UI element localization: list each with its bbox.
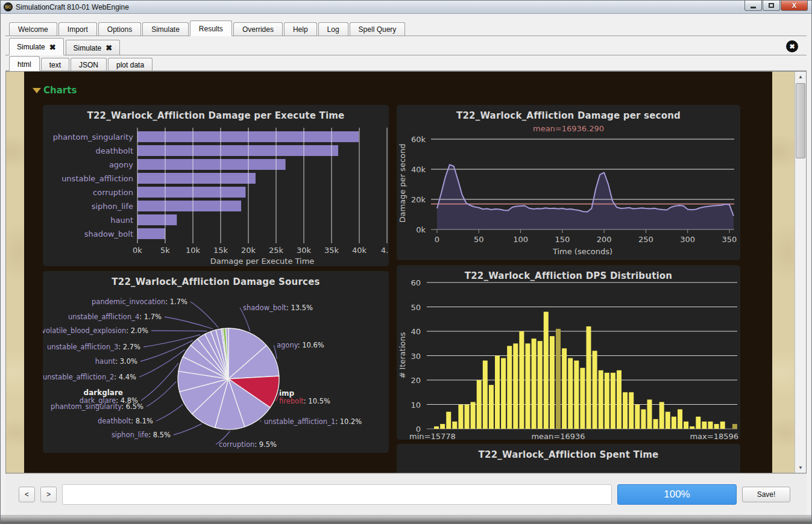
report-margin-right: [772, 72, 795, 473]
scroll-down-arrow-icon[interactable]: ▼: [795, 463, 806, 473]
tab-results[interactable]: Results: [190, 20, 232, 36]
scrollbar-thumb[interactable]: [796, 83, 805, 158]
svg-text:shadow_bolt: 13.5%: shadow_bolt: 13.5%: [243, 304, 313, 312]
tab-close-icon[interactable]: ✖: [49, 43, 56, 52]
vertical-scrollbar[interactable]: ▲ ▼: [795, 72, 806, 473]
back-button[interactable]: <: [19, 487, 35, 502]
svg-text:35k: 35k: [324, 246, 339, 255]
report-area[interactable]: Charts T22_Warlock_Affliction Damage per…: [24, 72, 772, 473]
svg-text:200: 200: [597, 235, 612, 244]
svg-text:siphon_life: siphon_life: [92, 202, 133, 211]
tab-simulate[interactable]: Simulate: [142, 22, 189, 36]
doc-tab-simulate-0[interactable]: Simulate✖: [9, 38, 64, 55]
svg-text:unstable_affliction_1: 10.2%: unstable_affliction_1: 10.2%: [264, 417, 362, 426]
tab-import[interactable]: Import: [58, 22, 97, 36]
svg-text:deathbolt: 8.1%: deathbolt: 8.1%: [98, 417, 153, 425]
svg-text:30k: 30k: [297, 246, 312, 255]
svg-text:4...: 4...: [381, 246, 389, 255]
forward-button[interactable]: >: [40, 487, 57, 502]
view-tab-plot-data[interactable]: plot data: [108, 58, 153, 70]
chart-title: T22_Warlock_Affliction DPS Distribution: [397, 265, 740, 281]
svg-text:corruption: corruption: [93, 188, 133, 197]
close-all-icon: ✖: [789, 43, 795, 51]
save-button[interactable]: Save!: [742, 487, 790, 502]
histogram-canvas: 0102030405060min=15778mean=16936max=1859…: [397, 265, 740, 440]
url-input[interactable]: [62, 484, 612, 505]
minimize-button[interactable]: [744, 1, 762, 11]
svg-text:5k: 5k: [160, 246, 170, 255]
close-button[interactable]: X: [781, 1, 808, 11]
document-tab-bar: Simulate✖Simulate✖✖: [5, 38, 807, 55]
chart-dps-distribution: T22_Warlock_Affliction DPS Distribution …: [397, 265, 740, 440]
doc-tab-simulate-1[interactable]: Simulate✖: [66, 40, 121, 55]
app-icon: SC: [4, 2, 13, 11]
svg-text:20k: 20k: [411, 195, 426, 204]
svg-text:unstable_affliction_2: 4.4%: unstable_affliction_2: 4.4%: [43, 373, 136, 381]
chart-title: T22_Warlock_Affliction Spent Time: [397, 444, 740, 460]
window-bottom-edge: [1, 515, 811, 523]
progress-button[interactable]: 100%: [617, 484, 737, 505]
tab-spell-query[interactable]: Spell Query: [350, 22, 406, 36]
view-tab-json[interactable]: JSON: [71, 58, 107, 70]
svg-text:max=18596: max=18596: [690, 432, 738, 440]
report-margin-left: [6, 72, 24, 473]
svg-text:15k: 15k: [213, 246, 228, 255]
svg-text:40k: 40k: [411, 165, 426, 174]
svg-text:50: 50: [411, 303, 421, 312]
chart-damage-sources: T22_Warlock_Affliction Damage Sources sh…: [43, 271, 389, 453]
svg-text:30: 30: [411, 352, 421, 361]
charts-section-label: Charts: [43, 85, 77, 96]
svg-text:volatile_blood_explosion: 2.0%: volatile_blood_explosion: 2.0%: [43, 326, 148, 335]
svg-text:min=15778: min=15778: [409, 432, 456, 440]
view-tab-text[interactable]: text: [41, 58, 69, 70]
bar-chart-canvas: phantom_singularitydeathboltagonyunstabl…: [43, 105, 389, 266]
title-bar[interactable]: SC SimulationCraft 810-01 WebEngine X: [1, 1, 811, 14]
svg-text:40: 40: [411, 327, 421, 336]
tab-log[interactable]: Log: [318, 22, 348, 36]
svg-text:dark_glare: 4.8%: dark_glare: 4.8%: [80, 396, 138, 405]
svg-text:haunt: 3.0%: haunt: 3.0%: [95, 357, 137, 366]
maximize-button[interactable]: [763, 1, 780, 11]
svg-text:Damage per second: Damage per second: [398, 143, 407, 222]
svg-text:mean=16936: mean=16936: [531, 432, 585, 440]
scroll-up-arrow-icon[interactable]: ▲: [795, 72, 806, 82]
main-tab-bar: WelcomeImportOptionsSimulateResultsOverr…: [5, 22, 807, 36]
view-tab-html[interactable]: html: [9, 56, 40, 71]
svg-text:0k: 0k: [133, 246, 142, 255]
tab-close-icon[interactable]: ✖: [105, 43, 112, 52]
close-all-tabs-button[interactable]: ✖: [786, 40, 798, 52]
close-icon: X: [792, 2, 796, 9]
pie-chart-canvas: shadow_bolt: 13.5%agony: 10.6%impfirebol…: [43, 271, 389, 453]
svg-text:60k: 60k: [411, 135, 426, 144]
svg-text:siphon_life: 8.5%: siphon_life: 8.5%: [112, 431, 171, 439]
svg-text:0: 0: [435, 235, 439, 244]
svg-text:10k: 10k: [186, 246, 201, 255]
svg-text:unstable_affliction_4: 1.7%: unstable_affliction_4: 1.7%: [68, 313, 162, 321]
app-window: SC SimulationCraft 810-01 WebEngine X We…: [0, 0, 812, 524]
svg-text:Time (seconds): Time (seconds): [552, 247, 612, 256]
svg-text:haunt: haunt: [110, 216, 133, 225]
chart-damage-per-execute-time: T22_Warlock_Affliction Damage per Execut…: [43, 105, 389, 266]
svg-text:10: 10: [411, 401, 421, 410]
svg-text:phantom_singularity: phantom_singularity: [53, 133, 134, 142]
svg-text:20k: 20k: [241, 246, 256, 255]
bottom-toolbar: < > 100% Save!: [5, 473, 807, 515]
svg-text:shadow_bolt: shadow_bolt: [84, 229, 133, 239]
view-tab-bar: htmltextJSONplot data: [5, 56, 807, 71]
chart-title: T22_Warlock_Affliction Damage Sources: [43, 271, 389, 287]
minimize-icon: [751, 7, 756, 8]
svg-text:unstable_affliction: unstable_affliction: [61, 174, 133, 183]
window-title: SimulationCraft 810-01 WebEngine: [16, 3, 129, 11]
svg-text:25k: 25k: [269, 246, 284, 255]
svg-text:firebolt: 10.5%: firebolt: 10.5%: [279, 397, 330, 405]
tab-help[interactable]: Help: [284, 22, 317, 36]
svg-text:imp: imp: [279, 389, 295, 398]
svg-text:corruption: 9.5%: corruption: 9.5%: [219, 440, 277, 449]
svg-text:50: 50: [474, 235, 484, 244]
charts-section-header[interactable]: Charts: [33, 85, 77, 96]
tab-overrides[interactable]: Overrides: [233, 22, 283, 36]
tab-welcome[interactable]: Welcome: [9, 22, 57, 36]
svg-text:250: 250: [638, 235, 653, 244]
doc-tab-label: Simulate: [74, 44, 102, 52]
tab-options[interactable]: Options: [98, 22, 141, 36]
